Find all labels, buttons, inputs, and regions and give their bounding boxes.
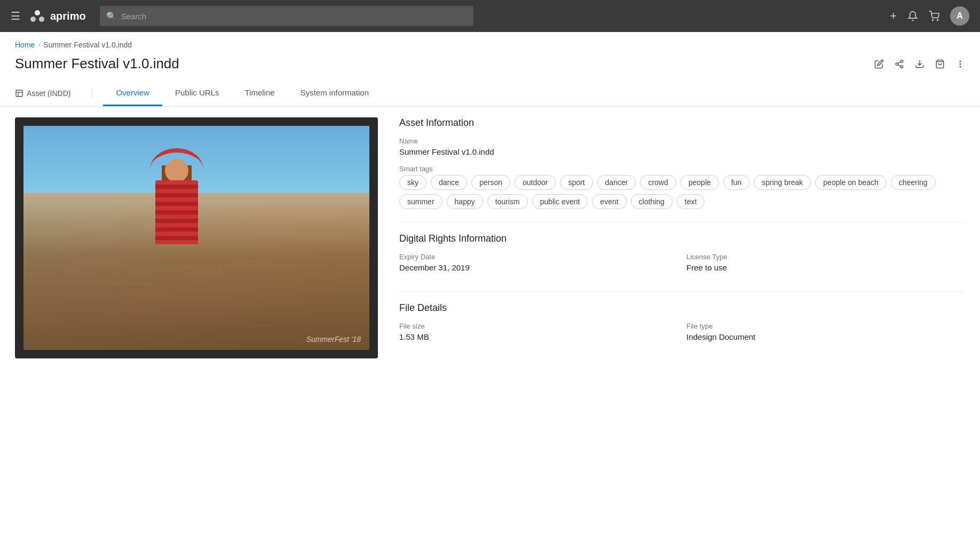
tab-system-information[interactable]: System information: [288, 81, 382, 106]
breadcrumb-home[interactable]: Home: [15, 41, 35, 49]
breadcrumb-separator: ›: [38, 41, 40, 49]
app-logo[interactable]: aprimo: [29, 7, 86, 25]
tag-item[interactable]: person: [471, 175, 510, 190]
preview-panel: SummerFest '18: [15, 117, 378, 358]
tab-public-urls[interactable]: Public URLs: [162, 81, 232, 106]
user-avatar[interactable]: A: [950, 6, 969, 26]
page-content: Home › Summer Festival v1.0.indd Summer …: [0, 32, 980, 559]
tag-item[interactable]: tourism: [487, 194, 528, 209]
asset-info-section-title: Asset Information: [399, 117, 965, 129]
basket-button[interactable]: [935, 59, 945, 69]
svg-point-0: [35, 10, 40, 15]
breadcrumb: Home › Summer Festival v1.0.indd: [0, 32, 980, 53]
digital-rights-section-title: Digital Rights Information: [399, 233, 965, 244]
cart-icon[interactable]: [929, 11, 939, 21]
file-details-section-title: File Details: [399, 302, 965, 314]
tags-container: skydancepersonoutdoorsportdancercrowdpeo…: [399, 175, 965, 209]
tag-item[interactable]: sky: [399, 175, 426, 190]
page-title-row: Summer Festival v1.0.indd: [0, 53, 980, 81]
edit-button[interactable]: [874, 59, 884, 69]
tag-item[interactable]: dance: [431, 175, 467, 190]
license-type-label: License Type: [686, 253, 965, 261]
tag-item[interactable]: event: [592, 194, 626, 209]
add-button[interactable]: +: [890, 9, 897, 23]
info-panel: Asset Information Name Summer Festival v…: [399, 117, 965, 361]
tab-bar: Asset (INDD) Overview Public URLs Timeli…: [0, 81, 980, 107]
digital-rights-fields: Expiry Date December 31, 2019 License Ty…: [399, 253, 965, 281]
svg-line-9: [898, 61, 900, 63]
tag-item[interactable]: cheering: [891, 175, 936, 190]
image-overlay: SummerFest '18: [23, 126, 369, 350]
tag-item[interactable]: sport: [560, 175, 592, 190]
file-detail-fields: File size 1.53 MB File type Indesign Doc…: [399, 322, 965, 350]
file-type-value: Indesign Document: [686, 332, 965, 341]
search-input[interactable]: [121, 12, 467, 21]
asset-type-badge: Asset (INDD): [15, 89, 92, 98]
menu-icon[interactable]: ☰: [11, 10, 20, 22]
tag-item[interactable]: people: [681, 175, 719, 190]
tag-item[interactable]: outdoor: [515, 175, 556, 190]
tag-item[interactable]: summer: [399, 194, 442, 209]
more-options-button[interactable]: [955, 59, 965, 69]
tab-overview[interactable]: Overview: [103, 81, 162, 106]
file-size-value: 1.53 MB: [399, 332, 678, 341]
tab-timeline[interactable]: Timeline: [232, 81, 288, 106]
app-name: aprimo: [50, 10, 86, 22]
svg-point-5: [900, 60, 903, 62]
image-watermark: SummerFest '18: [306, 335, 361, 344]
top-navigation: ☰ aprimo 🔍 + A: [0, 0, 980, 32]
expiry-date-label: Expiry Date: [399, 253, 678, 261]
svg-point-4: [937, 20, 938, 21]
tag-item[interactable]: crowd: [640, 175, 676, 190]
asset-type-label: Asset (INDD): [27, 89, 70, 98]
svg-point-13: [960, 63, 961, 65]
tag-item[interactable]: clothing: [631, 194, 673, 209]
tag-item[interactable]: people on beach: [815, 175, 887, 190]
license-type-value: Free to use: [686, 263, 965, 272]
divider-1: [399, 222, 965, 222]
svg-rect-15: [16, 90, 22, 97]
divider-2: [399, 291, 965, 292]
title-actions: [874, 59, 965, 69]
festival-image: SummerFest '18: [23, 126, 369, 350]
svg-point-2: [39, 17, 44, 22]
svg-point-1: [30, 17, 36, 22]
search-icon: 🔍: [106, 11, 117, 21]
notifications-icon[interactable]: [907, 11, 918, 21]
tag-item[interactable]: spring break: [754, 175, 811, 190]
nav-actions: + A: [890, 6, 969, 26]
name-value: Summer Festival v1.0.indd: [399, 147, 965, 156]
expiry-date-value: December 31, 2019: [399, 263, 678, 272]
page-title: Summer Festival v1.0.indd: [15, 55, 179, 72]
svg-point-12: [960, 61, 961, 62]
svg-line-8: [898, 65, 900, 66]
svg-point-7: [900, 66, 903, 68]
svg-point-3: [932, 20, 934, 21]
tag-item[interactable]: fun: [723, 175, 749, 190]
search-bar[interactable]: 🔍: [100, 6, 473, 26]
svg-point-14: [960, 66, 961, 67]
tag-item[interactable]: dancer: [597, 175, 636, 190]
tag-item[interactable]: happy: [447, 194, 483, 209]
name-label: Name: [399, 137, 965, 145]
main-layout: SummerFest '18 Asset Information Name Su…: [0, 107, 980, 371]
breadcrumb-current: Summer Festival v1.0.indd: [43, 41, 132, 49]
tag-item[interactable]: text: [677, 194, 705, 209]
image-container: SummerFest '18: [15, 117, 378, 358]
file-size-label: File size: [399, 322, 678, 330]
svg-point-6: [896, 62, 898, 65]
download-button[interactable]: [915, 59, 924, 69]
smart-tags-label: Smart tags: [399, 165, 965, 173]
tabs-container: Overview Public URLs Timeline System inf…: [103, 81, 382, 106]
tag-item[interactable]: public event: [532, 194, 588, 209]
file-type-label: File type: [686, 322, 965, 330]
share-button[interactable]: [895, 59, 904, 69]
